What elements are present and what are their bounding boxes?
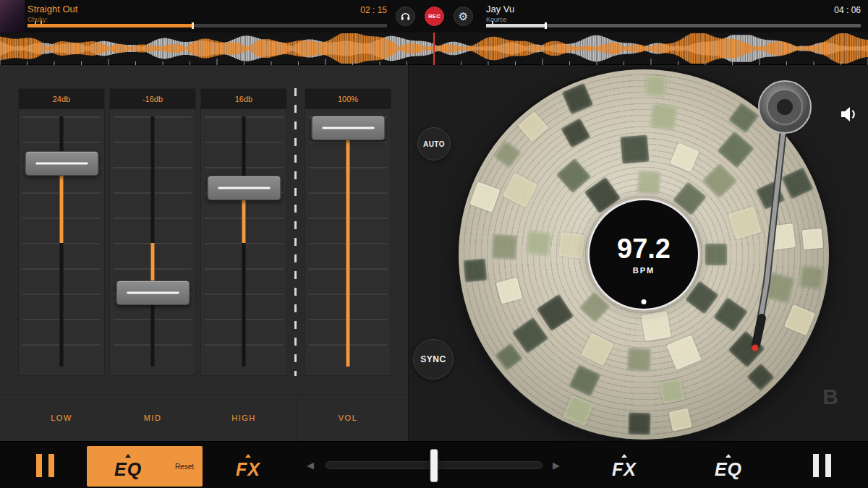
pause-icon: [813, 454, 819, 477]
pause-icon: [48, 454, 54, 477]
mid-label: MID: [109, 414, 196, 422]
fx-label: FX: [612, 461, 637, 479]
low-slider-column: 24db: [18, 88, 105, 376]
top-bar: Straight Out Chuky: 02 : 15 REC ⚙ Jay Vu…: [0, 0, 868, 33]
deck-a-album-art[interactable]: [0, 0, 25, 33]
crossfader[interactable]: [326, 461, 542, 469]
headphones-cue-button[interactable]: [396, 7, 415, 26]
dj-mixer-app: Straight Out Chuky: 02 : 15 REC ⚙ Jay Vu…: [0, 0, 868, 488]
crossfader-left-arrow[interactable]: ◀: [307, 442, 314, 488]
low-value-label: 24db: [19, 89, 104, 109]
eq-reset-button[interactable]: Reset: [175, 463, 194, 471]
headphones-icon: [400, 11, 411, 22]
deck-b-progress-bar[interactable]: [486, 24, 861, 27]
high-value-label: 16db: [201, 89, 286, 109]
low-slider[interactable]: [19, 109, 104, 375]
crossfader-right-arrow[interactable]: ▶: [553, 442, 560, 488]
mid-value-label: -16db: [110, 89, 195, 109]
caret-up-icon: [621, 454, 627, 458]
deck-b-track-title: Jay Vu: [486, 4, 514, 14]
high-slider-column: 16db: [200, 88, 287, 376]
pause-icon: [36, 454, 42, 477]
eq-label: EQ: [114, 461, 142, 479]
divider: [296, 395, 297, 441]
fx-label: FX: [236, 461, 260, 479]
waveform-display[interactable]: [0, 33, 868, 65]
caret-up-icon: [245, 454, 251, 458]
high-slider-track[interactable]: [242, 116, 246, 367]
caret-up-icon: [125, 454, 131, 458]
deck-b-progress-fill: [486, 24, 546, 27]
low-label: LOW: [18, 414, 105, 422]
deck-b-pause-button[interactable]: [813, 442, 831, 488]
handle-line: [35, 163, 88, 165]
vol-slider-handle[interactable]: [311, 116, 385, 140]
bottom-bar: EQ Reset FX ◀ ▶ FX EQ: [0, 441, 868, 488]
eq-label: EQ: [715, 461, 742, 479]
deck-b-fx-button[interactable]: FX: [595, 446, 653, 487]
crossfader-handle[interactable]: [430, 449, 438, 482]
vol-slider-column: 100%: [305, 88, 391, 376]
vol-slider-track[interactable]: [346, 116, 350, 367]
high-slider[interactable]: [201, 109, 286, 375]
waveform-playhead: [433, 33, 435, 65]
pause-icon: [825, 454, 831, 477]
vol-slider[interactable]: [305, 109, 391, 375]
vol-label: VOL: [305, 414, 391, 422]
settings-gear-icon[interactable]: ⚙: [454, 7, 473, 26]
deck-letter: B: [818, 385, 843, 409]
deck-a-progress-bar[interactable]: [27, 24, 387, 27]
mid-slider[interactable]: [110, 109, 195, 375]
low-slider-handle[interactable]: [25, 151, 98, 176]
divider: [0, 394, 409, 395]
record-button[interactable]: REC: [425, 7, 444, 26]
vol-value-label: 100%: [305, 89, 391, 109]
tonearm[interactable]: [409, 65, 868, 441]
handle-line: [218, 187, 270, 189]
vol-slider-fill: [346, 128, 350, 367]
mid-slider-track[interactable]: [151, 116, 155, 367]
caret-up-icon: [726, 454, 731, 458]
deck-a-progress-knob: [192, 22, 194, 29]
volume-section-divider: [294, 88, 297, 376]
high-slider-handle[interactable]: [207, 176, 281, 200]
deck-a-eq-button[interactable]: EQ Reset: [87, 446, 203, 487]
high-label: HIGH: [200, 414, 287, 422]
deck-a-time: 02 : 15: [329, 5, 387, 15]
speaker-icon[interactable]: [840, 106, 859, 122]
deck-a-fx-button[interactable]: FX: [219, 446, 277, 487]
mid-slider-handle[interactable]: [116, 281, 190, 305]
needle-tip: [752, 345, 759, 351]
low-slider-track[interactable]: [60, 116, 64, 367]
mid-slider-column: -16db: [109, 88, 196, 376]
deck-b-time: 04 : 06: [801, 5, 861, 15]
deck-b-eq-button[interactable]: EQ: [699, 446, 757, 487]
deck-b-panel: AUTO SYNC 97.2 BPM: [409, 65, 868, 441]
deck-a-pause-button[interactable]: [36, 442, 54, 488]
mixer-panel: 24db -16db 16db: [0, 65, 409, 441]
deck-a-progress-fill: [27, 24, 193, 27]
deck-b-track-artist: Kource: [486, 16, 507, 23]
handle-line: [322, 127, 374, 129]
deck-b-progress-knob: [545, 22, 547, 29]
deck-a-track-artist: Chuky:: [27, 16, 48, 23]
handle-line: [127, 291, 179, 294]
deck-a-track-title: Straight Out: [27, 4, 77, 14]
